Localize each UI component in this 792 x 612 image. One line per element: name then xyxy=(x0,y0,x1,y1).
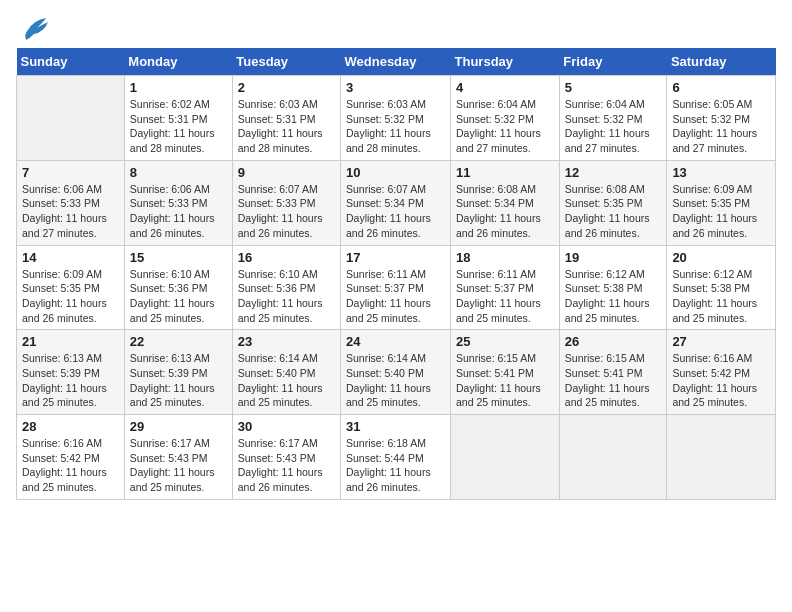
day-number: 11 xyxy=(456,165,554,180)
day-info: Sunrise: 6:04 AMSunset: 5:32 PMDaylight:… xyxy=(565,97,662,156)
calendar-cell: 3 Sunrise: 6:03 AMSunset: 5:32 PMDayligh… xyxy=(341,76,451,161)
day-number: 8 xyxy=(130,165,227,180)
calendar-cell: 7 Sunrise: 6:06 AMSunset: 5:33 PMDayligh… xyxy=(17,160,125,245)
calendar-cell: 29 Sunrise: 6:17 AMSunset: 5:43 PMDaylig… xyxy=(124,415,232,500)
day-number: 23 xyxy=(238,334,335,349)
day-number: 14 xyxy=(22,250,119,265)
day-number: 4 xyxy=(456,80,554,95)
calendar-cell: 24 Sunrise: 6:14 AMSunset: 5:40 PMDaylig… xyxy=(341,330,451,415)
column-header-tuesday: Tuesday xyxy=(232,48,340,76)
column-header-sunday: Sunday xyxy=(17,48,125,76)
day-info: Sunrise: 6:17 AMSunset: 5:43 PMDaylight:… xyxy=(130,436,227,495)
column-header-saturday: Saturday xyxy=(667,48,776,76)
day-info: Sunrise: 6:03 AMSunset: 5:32 PMDaylight:… xyxy=(346,97,445,156)
calendar-cell: 18 Sunrise: 6:11 AMSunset: 5:37 PMDaylig… xyxy=(451,245,560,330)
day-number: 5 xyxy=(565,80,662,95)
calendar-cell: 21 Sunrise: 6:13 AMSunset: 5:39 PMDaylig… xyxy=(17,330,125,415)
day-number: 31 xyxy=(346,419,445,434)
day-number: 2 xyxy=(238,80,335,95)
calendar-week-row: 28 Sunrise: 6:16 AMSunset: 5:42 PMDaylig… xyxy=(17,415,776,500)
day-info: Sunrise: 6:07 AMSunset: 5:33 PMDaylight:… xyxy=(238,182,335,241)
calendar-cell: 31 Sunrise: 6:18 AMSunset: 5:44 PMDaylig… xyxy=(341,415,451,500)
calendar-week-row: 14 Sunrise: 6:09 AMSunset: 5:35 PMDaylig… xyxy=(17,245,776,330)
day-number: 20 xyxy=(672,250,770,265)
day-info: Sunrise: 6:11 AMSunset: 5:37 PMDaylight:… xyxy=(456,267,554,326)
day-number: 27 xyxy=(672,334,770,349)
column-header-thursday: Thursday xyxy=(451,48,560,76)
calendar-week-row: 21 Sunrise: 6:13 AMSunset: 5:39 PMDaylig… xyxy=(17,330,776,415)
calendar-cell xyxy=(559,415,667,500)
calendar-cell: 17 Sunrise: 6:11 AMSunset: 5:37 PMDaylig… xyxy=(341,245,451,330)
day-number: 18 xyxy=(456,250,554,265)
calendar-cell: 20 Sunrise: 6:12 AMSunset: 5:38 PMDaylig… xyxy=(667,245,776,330)
calendar-cell xyxy=(451,415,560,500)
day-number: 1 xyxy=(130,80,227,95)
calendar-header-row: SundayMondayTuesdayWednesdayThursdayFrid… xyxy=(17,48,776,76)
calendar-cell: 26 Sunrise: 6:15 AMSunset: 5:41 PMDaylig… xyxy=(559,330,667,415)
calendar-table: SundayMondayTuesdayWednesdayThursdayFrid… xyxy=(16,48,776,500)
day-info: Sunrise: 6:06 AMSunset: 5:33 PMDaylight:… xyxy=(130,182,227,241)
day-number: 16 xyxy=(238,250,335,265)
day-number: 7 xyxy=(22,165,119,180)
day-info: Sunrise: 6:13 AMSunset: 5:39 PMDaylight:… xyxy=(22,351,119,410)
calendar-cell: 8 Sunrise: 6:06 AMSunset: 5:33 PMDayligh… xyxy=(124,160,232,245)
day-info: Sunrise: 6:17 AMSunset: 5:43 PMDaylight:… xyxy=(238,436,335,495)
day-number: 22 xyxy=(130,334,227,349)
calendar-cell: 15 Sunrise: 6:10 AMSunset: 5:36 PMDaylig… xyxy=(124,245,232,330)
day-number: 15 xyxy=(130,250,227,265)
calendar-cell: 4 Sunrise: 6:04 AMSunset: 5:32 PMDayligh… xyxy=(451,76,560,161)
day-info: Sunrise: 6:08 AMSunset: 5:34 PMDaylight:… xyxy=(456,182,554,241)
day-number: 26 xyxy=(565,334,662,349)
calendar-week-row: 7 Sunrise: 6:06 AMSunset: 5:33 PMDayligh… xyxy=(17,160,776,245)
calendar-cell: 5 Sunrise: 6:04 AMSunset: 5:32 PMDayligh… xyxy=(559,76,667,161)
day-info: Sunrise: 6:11 AMSunset: 5:37 PMDaylight:… xyxy=(346,267,445,326)
calendar-cell: 13 Sunrise: 6:09 AMSunset: 5:35 PMDaylig… xyxy=(667,160,776,245)
day-number: 21 xyxy=(22,334,119,349)
day-info: Sunrise: 6:09 AMSunset: 5:35 PMDaylight:… xyxy=(672,182,770,241)
day-info: Sunrise: 6:15 AMSunset: 5:41 PMDaylight:… xyxy=(456,351,554,410)
day-number: 29 xyxy=(130,419,227,434)
calendar-cell: 9 Sunrise: 6:07 AMSunset: 5:33 PMDayligh… xyxy=(232,160,340,245)
calendar-cell: 27 Sunrise: 6:16 AMSunset: 5:42 PMDaylig… xyxy=(667,330,776,415)
calendar-cell: 2 Sunrise: 6:03 AMSunset: 5:31 PMDayligh… xyxy=(232,76,340,161)
day-info: Sunrise: 6:14 AMSunset: 5:40 PMDaylight:… xyxy=(238,351,335,410)
day-info: Sunrise: 6:10 AMSunset: 5:36 PMDaylight:… xyxy=(238,267,335,326)
calendar-cell: 16 Sunrise: 6:10 AMSunset: 5:36 PMDaylig… xyxy=(232,245,340,330)
calendar-cell: 12 Sunrise: 6:08 AMSunset: 5:35 PMDaylig… xyxy=(559,160,667,245)
day-info: Sunrise: 6:13 AMSunset: 5:39 PMDaylight:… xyxy=(130,351,227,410)
column-header-wednesday: Wednesday xyxy=(341,48,451,76)
calendar-cell xyxy=(667,415,776,500)
calendar-cell: 10 Sunrise: 6:07 AMSunset: 5:34 PMDaylig… xyxy=(341,160,451,245)
day-number: 17 xyxy=(346,250,445,265)
day-number: 24 xyxy=(346,334,445,349)
calendar-cell: 6 Sunrise: 6:05 AMSunset: 5:32 PMDayligh… xyxy=(667,76,776,161)
logo xyxy=(16,20,50,42)
day-info: Sunrise: 6:05 AMSunset: 5:32 PMDaylight:… xyxy=(672,97,770,156)
calendar-cell: 19 Sunrise: 6:12 AMSunset: 5:38 PMDaylig… xyxy=(559,245,667,330)
day-number: 12 xyxy=(565,165,662,180)
day-number: 10 xyxy=(346,165,445,180)
day-info: Sunrise: 6:06 AMSunset: 5:33 PMDaylight:… xyxy=(22,182,119,241)
day-info: Sunrise: 6:12 AMSunset: 5:38 PMDaylight:… xyxy=(565,267,662,326)
day-number: 6 xyxy=(672,80,770,95)
calendar-cell: 25 Sunrise: 6:15 AMSunset: 5:41 PMDaylig… xyxy=(451,330,560,415)
calendar-cell: 1 Sunrise: 6:02 AMSunset: 5:31 PMDayligh… xyxy=(124,76,232,161)
day-info: Sunrise: 6:07 AMSunset: 5:34 PMDaylight:… xyxy=(346,182,445,241)
day-number: 9 xyxy=(238,165,335,180)
day-info: Sunrise: 6:12 AMSunset: 5:38 PMDaylight:… xyxy=(672,267,770,326)
calendar-cell: 11 Sunrise: 6:08 AMSunset: 5:34 PMDaylig… xyxy=(451,160,560,245)
day-info: Sunrise: 6:04 AMSunset: 5:32 PMDaylight:… xyxy=(456,97,554,156)
day-info: Sunrise: 6:02 AMSunset: 5:31 PMDaylight:… xyxy=(130,97,227,156)
day-number: 25 xyxy=(456,334,554,349)
day-number: 28 xyxy=(22,419,119,434)
day-number: 19 xyxy=(565,250,662,265)
day-number: 3 xyxy=(346,80,445,95)
calendar-cell xyxy=(17,76,125,161)
day-info: Sunrise: 6:10 AMSunset: 5:36 PMDaylight:… xyxy=(130,267,227,326)
calendar-cell: 28 Sunrise: 6:16 AMSunset: 5:42 PMDaylig… xyxy=(17,415,125,500)
logo-bird-icon xyxy=(18,16,50,42)
day-info: Sunrise: 6:15 AMSunset: 5:41 PMDaylight:… xyxy=(565,351,662,410)
day-info: Sunrise: 6:08 AMSunset: 5:35 PMDaylight:… xyxy=(565,182,662,241)
column-header-monday: Monday xyxy=(124,48,232,76)
day-number: 30 xyxy=(238,419,335,434)
